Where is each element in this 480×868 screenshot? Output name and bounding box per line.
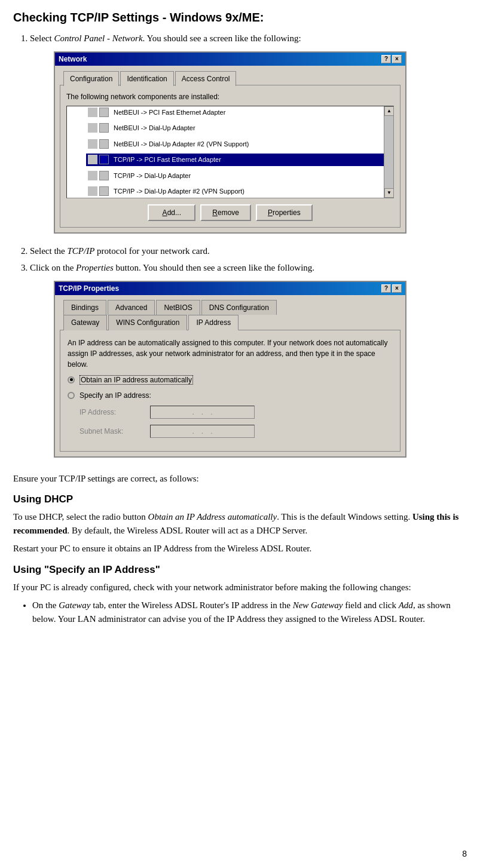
specify-ip-radio[interactable] (68, 392, 75, 399)
tcpip-tabs-row2: Gateway WINS Configuration IP Address (60, 315, 400, 330)
subnet-mask-input[interactable]: . . . (150, 425, 255, 438)
page-title: Checking TCP/IP Settings - Windows 9x/ME… (13, 11, 467, 24)
network-icon (99, 108, 109, 117)
tab-ip-address[interactable]: IP Address (188, 315, 239, 330)
add-button[interactable]: Add... (148, 204, 195, 221)
network-dialog-title: Network (59, 54, 87, 65)
tcpip-help-button[interactable]: ? (381, 284, 391, 293)
step-1-text: Select Control Panel - Network. You shou… (30, 33, 301, 43)
ip-address-input[interactable]: . . . (150, 406, 255, 419)
tab-access-control[interactable]: Access Control (175, 71, 237, 86)
network-icon (99, 155, 109, 164)
ip-address-row: IP Address: . . . (80, 406, 393, 419)
tcpip-close-button[interactable]: × (392, 284, 402, 293)
dhcp-paragraph-2: Restart your PC to ensure it obtains an … (13, 542, 467, 556)
step-2-text: Select the TCP/IP protocol for your netw… (30, 246, 210, 256)
page-number: 8 (462, 849, 467, 858)
subnet-mask-row: Subnet Mask: . . . (80, 425, 393, 438)
tab-identification[interactable]: Identification (120, 71, 173, 86)
tab-gateway[interactable]: Gateway (63, 315, 107, 330)
auto-ip-label: Obtain an IP address automatically (80, 375, 193, 385)
tcpip-description: An IP address can be automatically assig… (68, 338, 393, 370)
remove-button[interactable]: Remove (200, 204, 251, 221)
help-button[interactable]: ? (381, 55, 391, 63)
list-item[interactable]: NetBEUI -> Dial-Up Adapter (86, 122, 393, 134)
subnet-mask-label: Subnet Mask: (80, 426, 145, 437)
list-item[interactable]: NetBEUI -> Dial-Up Adapter #2 (VPN Suppo… (86, 138, 393, 151)
tcpip-dialog: TCP/IP Properties ? × Bindings Advanced … (54, 281, 406, 458)
scroll-up-arrow[interactable]: ▲ (384, 106, 394, 116)
specify-paragraph-1: If your PC is already configured, check … (13, 581, 467, 594)
properties-button[interactable]: Properties (256, 204, 313, 221)
network-body: Configuration Identification Access Cont… (55, 66, 405, 232)
network-icon (99, 171, 109, 180)
auto-ip-radio[interactable] (68, 376, 75, 384)
bullet-gateway: On the Gateway tab, enter the Wireless A… (32, 599, 467, 625)
network-scrollbar[interactable]: ▲ ▼ (384, 106, 393, 198)
specify-heading: Using "Specify an IP Address" (13, 564, 467, 576)
step-1: Select Control Panel - Network. You shou… (30, 32, 467, 240)
auto-ip-option: Obtain an IP address automatically (68, 375, 393, 385)
list-item[interactable]: NetBEUI -> PCI Fast Ethernet Adapter (86, 106, 393, 119)
ensure-text: Ensure your TCP/IP settings are correct,… (13, 472, 467, 486)
dhcp-paragraph-1: To use DHCP, select the radio button Obt… (13, 510, 467, 537)
network-list-container: NetBEUI -> PCI Fast Ethernet Adapter Net… (66, 106, 394, 198)
tcpip-titlebar: TCP/IP Properties ? × (55, 282, 405, 295)
ip-fields-group: IP Address: . . . Subnet Mask: (80, 406, 393, 438)
step-3: Click on the Properties button. You shou… (30, 261, 467, 464)
network-components-label: The following network components are ins… (66, 91, 394, 102)
titlebar-buttons: ? × (381, 55, 402, 63)
tcpip-dialog-title: TCP/IP Properties (59, 283, 119, 294)
network-dialog: Network ? × Configuration Identification… (54, 51, 406, 234)
tab-bindings[interactable]: Bindings (63, 300, 106, 315)
tcpip-titlebar-buttons: ? × (381, 284, 402, 293)
tab-wins-configuration[interactable]: WINS Configuration (108, 315, 187, 330)
tcpip-tabs-row1: Bindings Advanced NetBIOS DNS Configurat… (60, 300, 400, 315)
network-content-area: The following network components are ins… (60, 85, 400, 228)
tab-advanced[interactable]: Advanced (108, 300, 155, 315)
page-content: Checking TCP/IP Settings - Windows 9x/ME… (13, 11, 467, 625)
network-icon (99, 186, 109, 196)
tcpip-content-area: An IP address can be automatically assig… (60, 330, 400, 452)
list-item-selected[interactable]: TCP/IP -> PCI Fast Ethernet Adapter (86, 154, 393, 166)
scroll-track (384, 116, 393, 188)
network-titlebar: Network ? × (55, 53, 405, 66)
network-components-list: NetBEUI -> PCI Fast Ethernet Adapter Net… (67, 106, 393, 198)
ip-address-label: IP Address: (80, 407, 145, 418)
step-2: Select the TCP/IP protocol for your netw… (30, 244, 467, 258)
list-item[interactable]: TCP/IP -> Dial-Up Adapter #2 (VPN Suppor… (86, 185, 393, 198)
close-button[interactable]: × (392, 55, 402, 63)
tab-configuration[interactable]: Configuration (63, 71, 119, 86)
specify-ip-label: Specify an IP address: (80, 390, 151, 401)
tcpip-body: Bindings Advanced NetBIOS DNS Configurat… (55, 295, 405, 456)
list-item[interactable]: TCP/IP -> Dial-Up Adapter (86, 170, 393, 182)
step-3-text: Click on the Properties button. You shou… (30, 263, 314, 272)
tab-dns-configuration[interactable]: DNS Configuration (201, 300, 277, 315)
scroll-down-arrow[interactable]: ▼ (384, 188, 394, 198)
specify-ip-option: Specify an IP address: (68, 390, 393, 401)
network-icon (99, 123, 109, 133)
network-tabs: Configuration Identification Access Cont… (60, 70, 400, 85)
dhcp-heading: Using DHCP (13, 493, 467, 505)
tab-netbios[interactable]: NetBIOS (156, 300, 200, 315)
network-action-buttons: Add... Remove Properties (66, 204, 394, 221)
network-icon (99, 139, 109, 149)
